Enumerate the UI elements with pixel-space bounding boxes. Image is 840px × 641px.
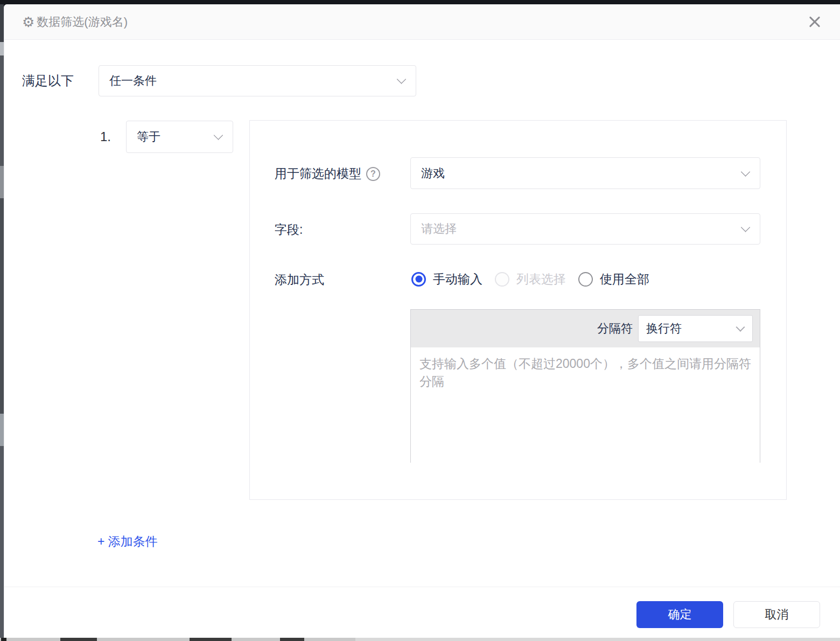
- separator-select[interactable]: 换行符: [638, 315, 753, 342]
- separator-label: 分隔符: [597, 320, 633, 337]
- operator-value: 等于: [137, 129, 160, 145]
- radio-manual-input-label[interactable]: 手动输入: [433, 271, 482, 288]
- model-value: 游戏: [421, 165, 445, 182]
- add-condition-link[interactable]: + 添加条件: [97, 533, 158, 550]
- data-filter-dialog: ⚙ 数据筛选(游戏名) 满足以下 任一条件 1. 等于 用于筛选的模型 ? 游戏…: [4, 4, 840, 638]
- close-icon[interactable]: [806, 13, 824, 31]
- background-page-bottom: [0, 638, 840, 641]
- model-select[interactable]: 游戏: [410, 157, 760, 189]
- field-select[interactable]: 请选择: [410, 213, 760, 245]
- dialog-titlebar: ⚙ 数据筛选(游戏名): [4, 4, 840, 40]
- background-fragment: [60, 638, 97, 641]
- chevron-down-icon: [736, 323, 745, 332]
- radio-list-select-label: 列表选择: [516, 271, 566, 288]
- confirm-button[interactable]: 确定: [636, 601, 723, 628]
- cancel-button[interactable]: 取消: [733, 601, 820, 628]
- background-page-left: [0, 4, 4, 638]
- chevron-down-icon: [213, 130, 223, 140]
- condition-panel: 用于筛选的模型 ? 游戏 字段: 请选择 添加方式 手动输入 列表选择 使用全部: [249, 120, 787, 500]
- field-placeholder: 请选择: [421, 221, 457, 237]
- background-fragment: [1, 638, 6, 641]
- condition-index: 1.: [100, 121, 111, 153]
- values-textarea[interactable]: [411, 347, 760, 463]
- gear-icon: ⚙: [22, 15, 34, 29]
- radio-list-select: [495, 272, 509, 287]
- chevron-down-icon: [396, 74, 406, 84]
- field-row-label: 字段:: [275, 221, 303, 238]
- model-row-label: 用于筛选的模型 ?: [275, 165, 380, 182]
- match-condition-label: 满足以下: [22, 65, 74, 96]
- operator-select[interactable]: 等于: [126, 121, 233, 153]
- radio-use-all[interactable]: [578, 272, 593, 287]
- match-condition-value: 任一条件: [109, 73, 157, 89]
- radio-manual-input[interactable]: [411, 272, 426, 287]
- help-icon[interactable]: ?: [366, 167, 380, 181]
- background-fragment: [355, 638, 840, 641]
- background-page-top: [0, 0, 840, 4]
- separator-value: 换行符: [646, 320, 682, 337]
- model-label-text: 用于筛选的模型: [275, 165, 361, 182]
- background-fragment: [190, 638, 232, 641]
- background-fragment: [280, 638, 304, 641]
- add-mode-label: 添加方式: [275, 271, 324, 288]
- chevron-down-icon: [740, 222, 750, 232]
- match-condition-select[interactable]: 任一条件: [99, 65, 416, 96]
- separator-bar: 分隔符 换行符: [411, 310, 760, 347]
- radio-use-all-label[interactable]: 使用全部: [600, 271, 649, 288]
- dialog-footer: 确定 取消: [4, 587, 840, 638]
- values-input-group: 分隔符 换行符: [410, 309, 760, 463]
- screen: ⚙ 数据筛选(游戏名) 满足以下 任一条件 1. 等于 用于筛选的模型 ? 游戏…: [0, 0, 840, 641]
- chevron-down-icon: [740, 166, 750, 176]
- dialog-title: 数据筛选(游戏名): [37, 14, 128, 30]
- add-mode-radio-group: 手动输入 列表选择 使用全部: [411, 270, 662, 288]
